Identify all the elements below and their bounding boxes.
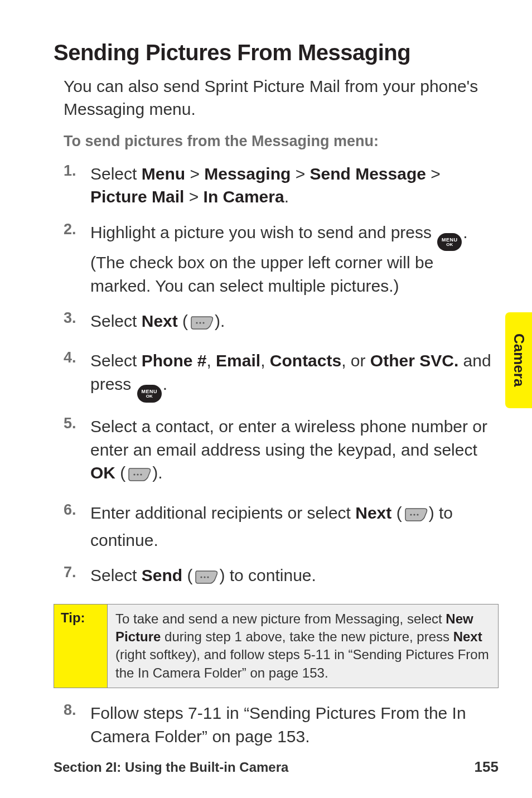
tip-box: Tip: To take and send a new picture from… bbox=[54, 604, 499, 689]
svg-point-3 bbox=[134, 474, 136, 476]
step-body: Select Phone #, Email, Contacts, or Othe… bbox=[90, 349, 499, 403]
step-body: Select Menu > Messaging > Send Message >… bbox=[90, 162, 499, 209]
step-8: 8. Follow steps 7-11 in “Sending Picture… bbox=[64, 702, 499, 748]
step-number: 2. bbox=[64, 221, 90, 238]
intro-text: You can also send Sprint Picture Mail fr… bbox=[64, 75, 499, 120]
menu-ok-icon: MENUOK bbox=[137, 385, 162, 403]
tip-body: To take and send a new picture from Mess… bbox=[108, 604, 498, 688]
svg-point-8 bbox=[417, 514, 418, 515]
step-body: Highlight a picture you wish to send and… bbox=[90, 221, 499, 297]
softkey-icon bbox=[403, 506, 428, 529]
menu-ok-icon: MENUOK bbox=[437, 233, 462, 251]
svg-point-11 bbox=[207, 577, 209, 578]
tip-label: Tip: bbox=[54, 604, 108, 688]
step-number: 8. bbox=[64, 702, 90, 719]
step-4: 4. Select Phone #, Email, Contacts, or O… bbox=[64, 349, 499, 403]
svg-point-5 bbox=[141, 474, 142, 476]
step-number: 5. bbox=[64, 415, 90, 432]
step-body: Follow steps 7-11 in “Sending Pictures F… bbox=[90, 702, 499, 748]
page: Sending Pictures From Messaging You can … bbox=[0, 0, 532, 798]
svg-point-4 bbox=[137, 474, 139, 476]
step-body: Select Next (). bbox=[90, 309, 499, 337]
step-number: 4. bbox=[64, 349, 90, 366]
steps-list: 1. Select Menu > Messaging > Send Messag… bbox=[64, 162, 499, 592]
step-body: Select Send () to continue. bbox=[90, 564, 499, 591]
svg-point-6 bbox=[410, 514, 412, 515]
side-tab: Camera bbox=[505, 312, 532, 408]
side-tab-label: Camera bbox=[510, 333, 528, 386]
step-number: 3. bbox=[64, 309, 90, 327]
page-footer: Section 2I: Using the Built-in Camera 15… bbox=[54, 758, 499, 776]
svg-point-9 bbox=[201, 577, 202, 578]
step-6: 6. Enter additional recipients or select… bbox=[64, 501, 499, 552]
lead-text: To send pictures from the Messaging menu… bbox=[64, 133, 499, 150]
softkey-icon bbox=[189, 314, 214, 337]
softkey-icon bbox=[194, 568, 218, 591]
svg-point-2 bbox=[202, 322, 204, 323]
footer-section: Section 2I: Using the Built-in Camera bbox=[54, 760, 288, 775]
section-title: Sending Pictures From Messaging bbox=[54, 40, 499, 65]
svg-point-7 bbox=[413, 514, 415, 515]
svg-point-10 bbox=[204, 577, 206, 578]
step-number: 7. bbox=[64, 564, 90, 581]
svg-point-1 bbox=[199, 322, 201, 323]
step-3: 3. Select Next (). bbox=[64, 309, 499, 337]
step-2: 2. Highlight a picture you wish to send … bbox=[64, 221, 499, 297]
step-1: 1. Select Menu > Messaging > Send Messag… bbox=[64, 162, 499, 209]
softkey-icon bbox=[127, 466, 151, 489]
step-number: 6. bbox=[64, 501, 90, 519]
svg-point-0 bbox=[196, 322, 197, 323]
step-body: Enter additional recipients or select Ne… bbox=[90, 501, 499, 552]
step-5: 5. Select a contact, or enter a wireless… bbox=[64, 415, 499, 489]
step-body: Select a contact, or enter a wireless ph… bbox=[90, 415, 499, 489]
post-steps-list: 8. Follow steps 7-11 in “Sending Picture… bbox=[64, 702, 499, 748]
step-number: 1. bbox=[64, 162, 90, 180]
step-7: 7. Select Send () to continue. bbox=[64, 564, 499, 591]
footer-page-number: 155 bbox=[475, 758, 499, 776]
